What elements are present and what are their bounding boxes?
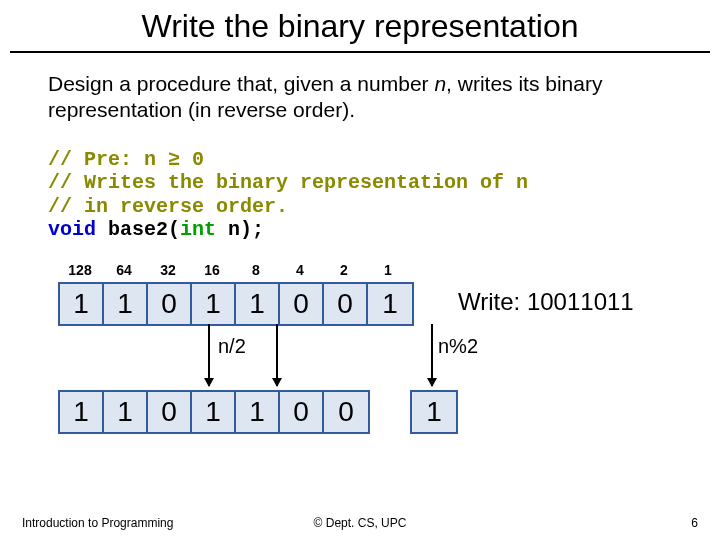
slide-title: Write the binary representation xyxy=(10,0,710,53)
bit-cell: 1 xyxy=(192,392,236,432)
arrow-icon xyxy=(431,324,433,386)
bit-cell: 0 xyxy=(280,284,324,324)
footer: Introduction to Programming © Dept. CS, … xyxy=(0,516,720,530)
bit-cell: 1 xyxy=(60,284,104,324)
power-label: 2 xyxy=(322,262,366,278)
bit-cell: 1 xyxy=(60,392,104,432)
bit-cell: 1 xyxy=(236,284,280,324)
bit-cell: 0 xyxy=(324,392,368,432)
bottom-right-bit-table: 1 xyxy=(410,390,458,434)
code-comment-3: // in reverse order. xyxy=(48,195,288,218)
bit-cell: 1 xyxy=(192,284,236,324)
power-label: 4 xyxy=(278,262,322,278)
power-label: 1 xyxy=(366,262,410,278)
bottom-left-bit-table: 1101100 xyxy=(58,390,370,434)
top-bit-table: 11011001 xyxy=(58,282,414,326)
code-keyword-int: int xyxy=(180,218,216,241)
bit-cell: 0 xyxy=(148,392,192,432)
powers-row: 1286432168421 xyxy=(58,262,410,278)
bit-cell: 1 xyxy=(104,284,148,324)
power-label: 128 xyxy=(58,262,102,278)
bit-cell: 1 xyxy=(104,392,148,432)
problem-statement: Design a procedure that, given a number … xyxy=(48,71,672,124)
power-label: 16 xyxy=(190,262,234,278)
bit-cell: 0 xyxy=(148,284,192,324)
code-block: // Pre: n ≥ 0 // Writes the binary repre… xyxy=(48,148,672,242)
diagram: 1286432168421 11011001 Write: 10011011 n… xyxy=(58,262,672,462)
n-mod-2-label: n%2 xyxy=(438,335,478,358)
power-label: 64 xyxy=(102,262,146,278)
arrow-icon xyxy=(276,324,278,386)
bit-cell: 1 xyxy=(412,392,456,432)
code-comment-1: // Pre: n ≥ 0 xyxy=(48,148,204,171)
code-rest: n); xyxy=(216,218,264,241)
code-keyword-void: void xyxy=(48,218,96,241)
bit-cell: 0 xyxy=(280,392,324,432)
bit-cell: 1 xyxy=(368,284,412,324)
code-fn: base2( xyxy=(96,218,180,241)
slide-content: Design a procedure that, given a number … xyxy=(0,53,720,462)
code-comment-2: // Writes the binary representation of n xyxy=(48,171,528,194)
footer-center: © Dept. CS, UPC xyxy=(0,516,720,530)
power-label: 32 xyxy=(146,262,190,278)
bit-cell: 0 xyxy=(324,284,368,324)
arrow-icon xyxy=(208,324,210,386)
power-label: 8 xyxy=(234,262,278,278)
bit-cell: 1 xyxy=(236,392,280,432)
write-output-label: Write: 10011011 xyxy=(458,288,634,316)
n-div-2-label: n/2 xyxy=(218,335,246,358)
